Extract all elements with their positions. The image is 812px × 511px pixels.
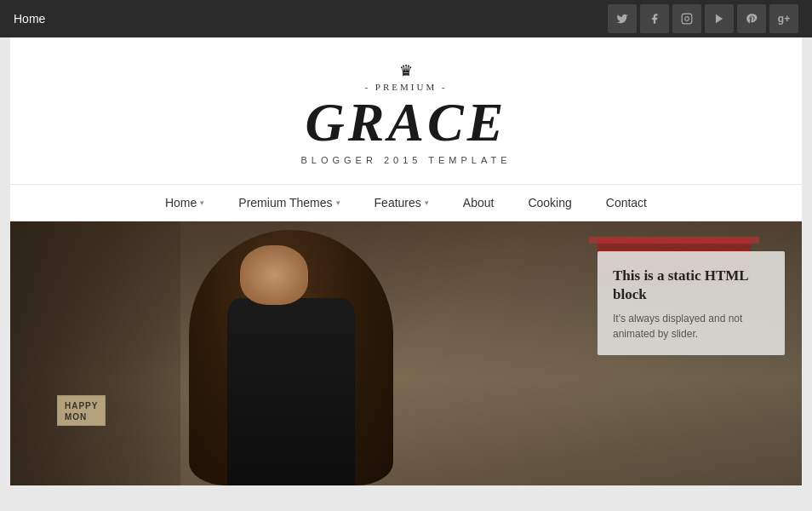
chevron-down-icon: ▾ — [336, 198, 340, 207]
hero-left-wall — [10, 221, 180, 485]
twitter-icon[interactable] — [608, 4, 637, 33]
facebook-icon[interactable] — [640, 4, 669, 33]
site-title: Home — [14, 12, 45, 26]
main-nav: Home ▾ Premium Themes ▾ Features ▾ About… — [10, 184, 802, 221]
social-icons-group: g+ — [608, 4, 798, 33]
google-plus-icon[interactable]: g+ — [769, 4, 798, 33]
hero-roof-trim — [589, 237, 759, 244]
hero-section: HAPPY MON This is a static HTML block It… — [10, 221, 802, 485]
play-icon[interactable] — [705, 4, 734, 33]
hero-sign: HAPPY MON — [57, 395, 106, 426]
top-bar: Home g+ — [0, 0, 812, 37]
premium-label: - PREMIUM - — [27, 82, 785, 92]
hero-figure-container — [163, 221, 419, 485]
tagline: BLOGGER 2015 TEMPLATE — [27, 155, 785, 165]
chevron-down-icon: ▾ — [425, 198, 429, 207]
site-name: GRACE — [27, 95, 785, 150]
nav-home[interactable]: Home ▾ — [148, 184, 221, 221]
svg-rect-0 — [682, 14, 692, 24]
site-header: ♛ - PREMIUM - GRACE BLOGGER 2015 TEMPLAT… — [10, 37, 802, 184]
nav-premium-themes[interactable]: Premium Themes ▾ — [221, 184, 357, 221]
nav-contact[interactable]: Contact — [589, 184, 664, 221]
chevron-down-icon: ▾ — [200, 198, 204, 207]
svg-marker-2 — [716, 14, 723, 24]
pinterest-icon[interactable] — [737, 4, 766, 33]
static-block-description: It's always displayed and not animated b… — [613, 311, 769, 342]
crown-icon: ♛ — [27, 61, 785, 80]
nav-about[interactable]: About — [446, 184, 512, 221]
nav-cooking[interactable]: Cooking — [511, 184, 588, 221]
instagram-icon[interactable] — [672, 4, 701, 33]
main-container: ♛ - PREMIUM - GRACE BLOGGER 2015 TEMPLAT… — [10, 37, 802, 485]
static-block-title: This is a static HTML block — [613, 267, 769, 304]
nav-features[interactable]: Features ▾ — [357, 184, 446, 221]
static-html-block: This is a static HTML block It's always … — [598, 251, 785, 355]
